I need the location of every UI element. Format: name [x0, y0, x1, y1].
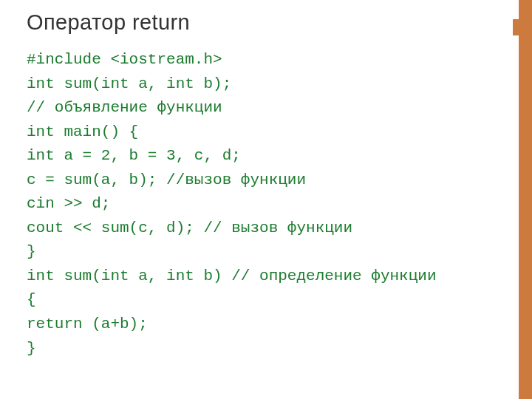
accent-tick [513, 19, 519, 35]
code-line: int sum(int a, int b) // определение фун… [27, 267, 437, 284]
code-line: int а = 2, b = 3, с, d; [27, 147, 241, 164]
code-line: с = sum(a, b); //вызов функции [27, 171, 306, 188]
code-line: { [27, 291, 36, 308]
code-line: int main() { [27, 123, 138, 140]
code-line: cout << sum(c, d); // вызов функции [27, 219, 352, 236]
slide-title: Оператор return [27, 10, 505, 35]
code-line: return (a+b); [27, 316, 148, 332]
code-block: #include <iostream.h> int sum(int a, int… [27, 48, 505, 361]
code-line: } [27, 340, 36, 357]
code-line: cin >> d; [27, 195, 110, 212]
code-line: #include <iostream.h> [27, 51, 222, 68]
slide-content: Оператор return #include <iostream.h> in… [0, 0, 532, 399]
code-line: } [27, 243, 36, 260]
code-line: int sum(int a, int b); [27, 75, 231, 92]
code-line: // объявление функции [27, 99, 222, 116]
accent-bar [519, 0, 532, 399]
